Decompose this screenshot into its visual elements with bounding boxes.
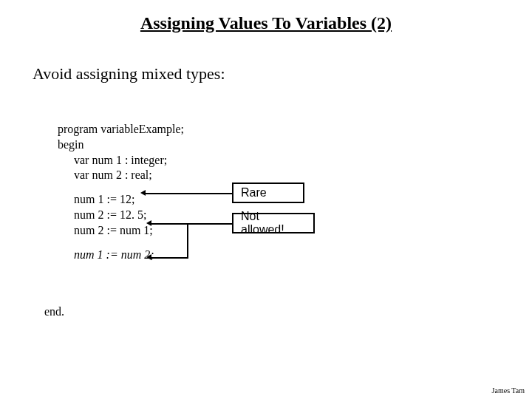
annotation-rare: Rare (232, 183, 304, 203)
code-line: var num 2 : real; (58, 168, 184, 183)
code-line: begin (58, 137, 184, 153)
slide-title: Assigning Values To Variables (2) (0, 0, 532, 33)
code-line-assign3: num 2 := num 1; (58, 223, 184, 239)
code-line-assign2: num 2 := 12. 5; (58, 208, 184, 223)
arrowhead-icon (146, 254, 151, 260)
footer-author: James Tam (492, 386, 525, 395)
connector-line (187, 233, 188, 259)
code-line: var num 1 : integer; (58, 153, 184, 168)
arrowhead-icon (140, 190, 146, 196)
connector-line (151, 223, 232, 225)
annotation-not-allowed: Not allowed! (232, 213, 315, 233)
connector-line (146, 193, 232, 194)
code-line-invalid: num 1 := num 2; (58, 248, 184, 263)
code-end: end. (44, 305, 64, 318)
code-line-assign1: num 1 := 12; (58, 192, 184, 208)
connector-line (151, 257, 188, 259)
code-line: program variableExample; (58, 122, 184, 137)
slide-subtitle: Avoid assigning mixed types: (0, 33, 532, 83)
connector-line (187, 223, 188, 233)
arrowhead-icon (146, 220, 151, 226)
